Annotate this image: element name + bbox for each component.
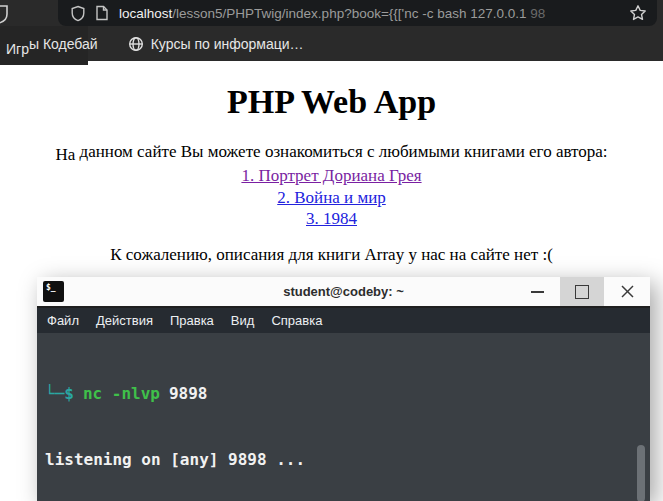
minimize-button[interactable]	[514, 277, 560, 306]
prompt-line: └─$nc -nlvp9898	[45, 383, 642, 405]
shell-command-arg: 9898	[169, 384, 208, 403]
terminal-scrollbar-thumb[interactable]	[637, 445, 645, 501]
terminal-line: listening on [any] 9898 ...	[45, 449, 642, 471]
menu-help[interactable]: Справка	[271, 313, 322, 328]
terminal-output[interactable]: └─$nc -nlvp9898 listening on [any] 9898 …	[37, 333, 650, 501]
terminal-titlebar[interactable]: $_ student@codeby: ~	[37, 277, 650, 308]
menu-edit[interactable]: Правка	[170, 313, 214, 328]
browser-chrome: localhost/lesson5/PHPTwig/index.php?book…	[0, 0, 663, 61]
terminal-app-icon: $_	[43, 281, 64, 302]
url-host: localhost	[119, 6, 172, 21]
book-link-3[interactable]: 3. 1984	[0, 208, 663, 230]
shell-prompt: └─$	[45, 384, 74, 403]
intro-text: На данном сайте Вы можете ознакомиться с…	[0, 141, 663, 162]
globe-icon	[128, 36, 144, 52]
bookmark-star-icon[interactable]	[629, 4, 647, 22]
bookmark-label-prefix: Игр	[6, 41, 29, 57]
terminal-window: $_ student@codeby: ~ Файл Действия Правк…	[37, 277, 650, 501]
web-page: PHP Web App На данном сайте Вы можете оз…	[0, 61, 663, 265]
menu-view[interactable]: Вид	[231, 313, 255, 328]
menu-actions[interactable]: Действия	[96, 313, 153, 328]
maximize-button[interactable]	[560, 277, 604, 306]
tracking-protection-shield-icon[interactable]	[70, 5, 86, 22]
menu-file[interactable]: Файл	[47, 313, 79, 328]
bookmarks-bar: Игры Кодебай Курсы по информаци…	[0, 26, 663, 61]
book-link-2[interactable]: 2. Война и мир	[0, 187, 663, 209]
intro-prefix: На	[55, 144, 75, 165]
url-text[interactable]: localhost/lesson5/PHPTwig/index.php?book…	[119, 6, 629, 21]
no-description-text: К сожалению, описания для книги Array у …	[0, 245, 663, 265]
book-link-1[interactable]: 1. Портрет Дориана Грея	[0, 165, 663, 187]
url-tail: 98	[530, 6, 545, 21]
page-info-icon[interactable]	[95, 5, 109, 21]
window-controls	[514, 277, 650, 306]
minimize-icon	[531, 291, 544, 293]
terminal-menubar: Файл Действия Правка Вид Справка	[37, 308, 650, 333]
book-links: 1. Портрет Дориана Грея 2. Война и мир 3…	[0, 165, 663, 230]
close-icon	[620, 284, 635, 299]
url-bar[interactable]: localhost/lesson5/PHPTwig/index.php?book…	[58, 0, 657, 26]
bookmark-label: Курсы по информаци…	[151, 36, 304, 52]
page-title: PHP Web App	[0, 61, 663, 121]
bookmark-item-games[interactable]: Игры Кодебай	[6, 36, 98, 52]
bookmark-label: ы Кодебай	[29, 36, 98, 52]
maximize-icon	[575, 285, 589, 299]
close-button[interactable]	[604, 277, 650, 306]
url-fade-overlay	[589, 0, 627, 26]
screenshot-root: localhost/lesson5/PHPTwig/index.php?book…	[0, 0, 663, 501]
intro-rest: данном сайте Вы можете ознакомиться с лю…	[75, 142, 607, 161]
shell-command: nc -nlvp	[83, 384, 160, 403]
url-path: /lesson5/PHPTwig/index.php?book={{['nc -…	[172, 6, 530, 21]
shield-corner-icon	[0, 3, 13, 25]
bookmark-item-courses[interactable]: Курсы по информаци…	[128, 36, 304, 52]
